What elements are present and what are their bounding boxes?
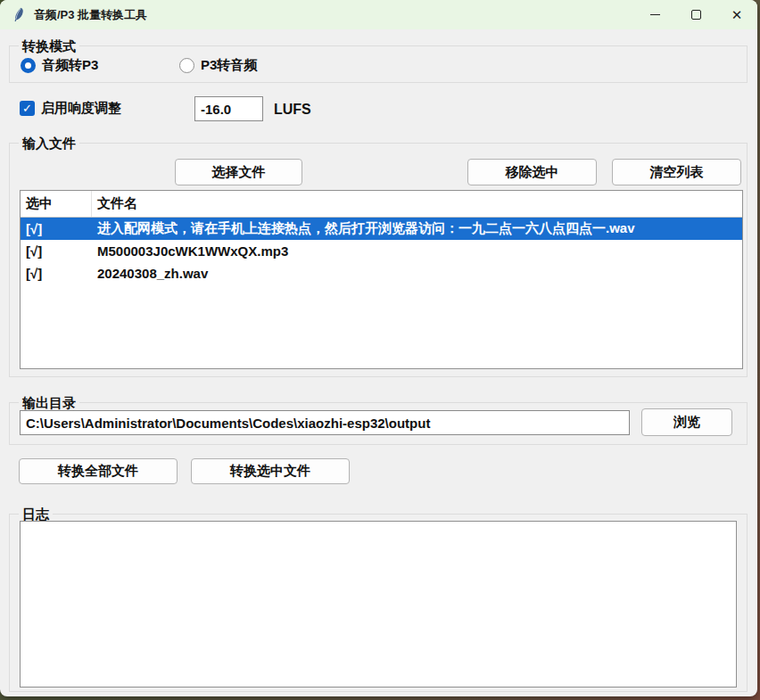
- radio-audio-to-p3-label: 音频转P3: [42, 57, 98, 74]
- column-header-checked[interactable]: 选中: [21, 191, 92, 217]
- output-dir-input[interactable]: [20, 410, 630, 435]
- radio-audio-to-p3[interactable]: 音频转P3: [21, 57, 98, 74]
- input-files-group: 输入文件 选择文件 移除选中 清空列表 选中 文件名 [√] 进入配网模式，请在…: [9, 143, 748, 377]
- minimize-button[interactable]: [634, 0, 675, 29]
- minimize-icon: [650, 14, 660, 15]
- conversion-mode-label: 转换模式: [19, 37, 79, 54]
- row-check-cell: [√]: [21, 218, 92, 240]
- row-check-cell: [√]: [21, 262, 92, 284]
- file-table-header: 选中 文件名: [21, 191, 742, 218]
- table-row[interactable]: [√] 进入配网模式，请在手机上连接热点，然后打开浏览器访问：一九二点一六八点四…: [21, 218, 742, 240]
- radio-p3-to-audio[interactable]: P3转音频: [179, 57, 257, 74]
- lufs-unit-label: LUFS: [274, 102, 311, 118]
- radio-unselected-icon: [179, 58, 194, 73]
- remove-selected-button[interactable]: 移除选中: [467, 159, 597, 185]
- maximize-button[interactable]: [675, 0, 716, 29]
- window-controls: ✕: [634, 0, 757, 29]
- table-row[interactable]: [√] 20240308_zh.wav: [21, 262, 742, 284]
- log-textarea[interactable]: [20, 521, 737, 688]
- row-filename-cell: 进入配网模式，请在手机上连接热点，然后打开浏览器访问：一九二点一六八点四点一.w…: [92, 218, 742, 240]
- select-files-button[interactable]: 选择文件: [175, 159, 302, 185]
- row-filename-cell: M500003J0cWK1WWxQX.mp3: [92, 240, 742, 262]
- output-dir-group: 输出目录 浏览: [9, 402, 748, 445]
- loudness-checkbox-label: 启用响度调整: [41, 100, 121, 117]
- app-feather-icon: [11, 7, 26, 22]
- clear-list-button[interactable]: 清空列表: [612, 159, 741, 185]
- browse-button[interactable]: 浏览: [641, 408, 732, 436]
- checkmark-icon: ✓: [22, 102, 32, 115]
- row-filename-cell: 20240308_zh.wav: [92, 262, 742, 284]
- window-title: 音频/P3 批量转换工具: [34, 7, 147, 23]
- conversion-mode-group: 转换模式 音频转P3 P3转音频: [9, 45, 748, 83]
- convert-all-button[interactable]: 转换全部文件: [19, 458, 178, 484]
- column-header-filename[interactable]: 文件名: [92, 191, 742, 217]
- radio-selected-icon: [21, 58, 36, 73]
- convert-selected-button[interactable]: 转换选中文件: [191, 458, 350, 484]
- log-group: 日志: [9, 514, 748, 692]
- close-icon: ✕: [731, 8, 743, 21]
- row-check-cell: [√]: [21, 240, 92, 262]
- file-table[interactable]: 选中 文件名 [√] 进入配网模式，请在手机上连接热点，然后打开浏览器访问：一九…: [20, 190, 743, 369]
- table-row[interactable]: [√] M500003J0cWK1WWxQX.mp3: [21, 240, 742, 262]
- loudness-checkbox-row[interactable]: ✓ 启用响度调整: [20, 100, 121, 117]
- output-dir-label: 输出目录: [19, 394, 79, 411]
- radio-p3-to-audio-label: P3转音频: [201, 57, 257, 74]
- maximize-icon: [691, 10, 701, 20]
- lufs-value-input[interactable]: [194, 96, 263, 121]
- input-files-label: 输入文件: [19, 135, 79, 152]
- close-button[interactable]: ✕: [716, 0, 757, 29]
- titlebar[interactable]: 音频/P3 批量转换工具 ✕: [0, 0, 757, 29]
- loudness-checkbox[interactable]: ✓: [20, 101, 35, 116]
- app-window: 音频/P3 批量转换工具 ✕ 转换模式 音频转P3 P3转音频 ✓ 启用响度调整…: [0, 0, 757, 696]
